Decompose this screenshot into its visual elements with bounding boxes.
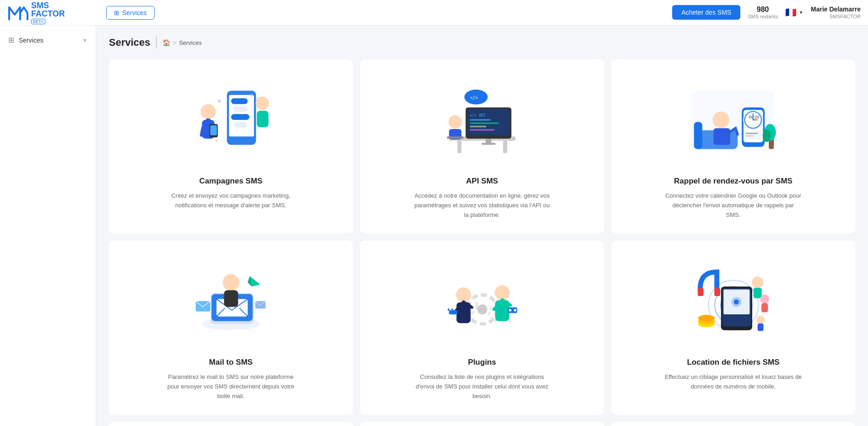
service-title-plugins: Plugins: [468, 358, 496, 367]
svg-point-50: [762, 129, 771, 142]
svg-rect-4: [231, 114, 249, 120]
service-card-9[interactable]: [611, 422, 855, 426]
service-desc-mail-to-sms: Paramétrez le mail to SMS sur notre plat…: [162, 372, 300, 401]
logo-sms: SMS: [31, 1, 65, 10]
svg-rect-21: [469, 119, 490, 121]
svg-rect-5: [234, 122, 247, 128]
svg-text:09:20: 09:20: [749, 115, 759, 119]
page-title: Services: [109, 37, 157, 49]
service-card-campagnes-sms[interactable]: Campagnes SMS Créez et envoyez vos campa…: [109, 59, 353, 233]
svg-point-75: [509, 309, 511, 311]
flag-icon: 🇫🇷: [785, 7, 797, 18]
svg-rect-83: [714, 288, 720, 296]
service-card-8[interactable]: [360, 422, 604, 426]
service-illustration-plugins: [371, 255, 593, 347]
svg-point-14: [215, 140, 217, 142]
sms-counter: 980 SMS restants: [748, 5, 778, 20]
logo-area: SMS FACTOR BETA: [7, 1, 99, 24]
svg-rect-70: [447, 308, 449, 311]
svg-rect-9: [210, 125, 217, 135]
service-illustration-campagnes-sms: [120, 74, 342, 166]
main-content: Services 🏠 > Services: [96, 26, 868, 426]
service-card-mail-to-sms[interactable]: Mail to SMS Paramétrez le mail to SMS su…: [109, 241, 353, 415]
svg-rect-3: [233, 106, 248, 112]
svg-rect-71: [451, 308, 453, 311]
svg-rect-45: [744, 131, 762, 139]
service-card-plugins[interactable]: Plugins Consultez la liste de nos plugin…: [360, 241, 604, 415]
sms-count-number: 980: [748, 5, 778, 14]
svg-rect-82: [697, 288, 703, 296]
logo-factor: FACTOR: [31, 10, 65, 18]
breadcrumb-home-icon[interactable]: 🏠: [162, 39, 170, 46]
nav-services-label: Services: [122, 9, 147, 16]
svg-rect-58: [224, 290, 238, 307]
service-desc-location-fichiers: Effectuez un ciblage personnalisé et lou…: [665, 372, 802, 392]
svg-point-88: [733, 299, 739, 304]
user-subtitle: SMSFACTOR: [811, 13, 861, 20]
service-desc-plugins: Consultez la liste de nos plugins et int…: [414, 372, 551, 401]
svg-point-97: [698, 315, 714, 322]
svg-rect-16: [457, 140, 461, 153]
svg-rect-37: [713, 128, 730, 145]
service-illustration-rappel-rdv: 09:20: [622, 74, 844, 166]
logo-text: SMS FACTOR BETA: [31, 1, 65, 24]
logo-icon: [7, 4, 29, 22]
user-info: Marie Delamarre SMSFACTOR: [811, 5, 861, 20]
user-name: Marie Delamarre: [811, 5, 861, 13]
svg-point-6: [200, 104, 216, 119]
page-header: Services 🏠 > Services: [109, 37, 855, 49]
svg-point-67: [456, 287, 471, 302]
svg-rect-46: [745, 133, 758, 134]
service-card-api-sms[interactable]: </> API </>: [360, 59, 604, 233]
svg-rect-25: [485, 139, 491, 143]
svg-rect-69: [449, 310, 457, 314]
grid-icon: ⊞: [114, 9, 119, 16]
svg-point-13: [250, 94, 253, 96]
breadcrumb-separator: >: [173, 39, 177, 46]
service-desc-api-sms: Accédez à notre documentation en ligne, …: [414, 191, 551, 220]
buy-sms-button[interactable]: Acheter des SMS: [672, 5, 740, 20]
svg-rect-17: [503, 140, 507, 153]
svg-point-89: [752, 276, 763, 288]
service-illustration-mail-to-sms: [120, 255, 342, 347]
svg-rect-11: [257, 111, 268, 127]
nav-services-button[interactable]: ⊞ Services: [106, 6, 155, 20]
sidebar-item-services[interactable]: ⊞ Services ▼: [0, 31, 96, 49]
svg-point-36: [712, 112, 729, 128]
sms-count-label: SMS restants: [748, 14, 778, 20]
sidebar-item-label: Services: [19, 37, 43, 44]
svg-rect-2: [231, 98, 248, 104]
breadcrumb-current: Services: [179, 39, 202, 46]
service-illustration-location-fichiers: [622, 255, 844, 347]
svg-rect-24: [469, 129, 495, 131]
service-card-location-fichiers[interactable]: Location de fichiers SMS Effectuez un ci…: [611, 241, 855, 415]
service-title-campagnes-sms: Campagnes SMS: [199, 177, 263, 186]
svg-rect-26: [481, 143, 496, 145]
breadcrumb: 🏠 > Services: [162, 39, 202, 46]
services-grid: Campagnes SMS Créez et envoyez vos campa…: [109, 59, 855, 426]
svg-rect-92: [761, 303, 768, 313]
service-title-api-sms: API SMS: [466, 177, 498, 186]
topnav-right: Acheter des SMS 980 SMS restants 🇫🇷 ▼ Ma…: [672, 5, 861, 20]
svg-rect-47: [745, 135, 754, 137]
svg-point-30: [448, 115, 462, 129]
sidebar-item-inner: ⊞ Services: [8, 36, 43, 44]
logo-beta: BETA: [31, 19, 45, 24]
layout: ⊞ Services ▼ Services 🏠 > Services: [0, 26, 868, 426]
svg-rect-35: [694, 122, 702, 149]
svg-rect-90: [753, 288, 761, 298]
svg-rect-94: [757, 324, 763, 331]
svg-rect-23: [469, 126, 486, 128]
service-desc-campagnes-sms: Créez et envoyez vos campagnes marketing…: [162, 191, 300, 210]
service-card-rappel-rdv[interactable]: 09:20 Rappel de rendez-vous par SMS: [611, 59, 855, 233]
chevron-icon: ▼: [82, 38, 87, 43]
service-illustration-api-sms: </> API </>: [371, 74, 593, 166]
svg-point-66: [477, 304, 487, 314]
service-card-7[interactable]: [109, 422, 353, 426]
topnav: SMS FACTOR BETA ⊞ Services Acheter des S…: [0, 0, 868, 26]
services-icon: ⊞: [8, 36, 14, 44]
svg-text:</>: </>: [469, 95, 478, 100]
service-title-rappel-rdv: Rappel de rendez-vous par SMS: [674, 177, 793, 186]
svg-rect-32: [447, 136, 463, 139]
language-dropdown[interactable]: 🇫🇷 ▼: [785, 7, 803, 18]
